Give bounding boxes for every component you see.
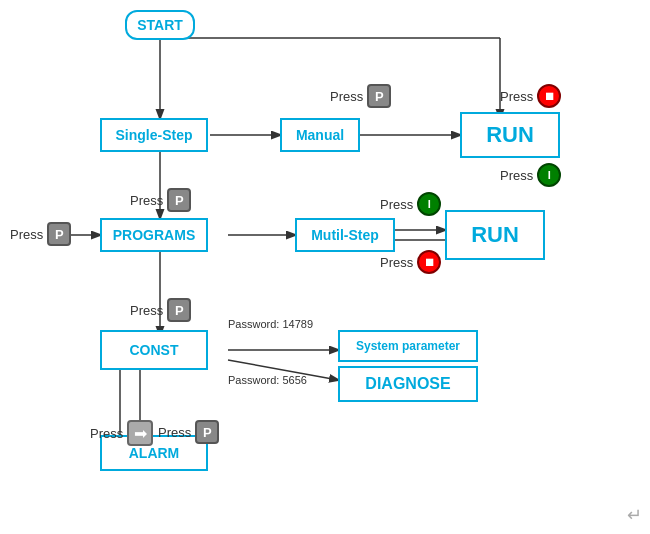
- press-green-top-label: Press: [500, 168, 533, 183]
- run-mid-node: RUN: [445, 210, 545, 260]
- press-p-far-left-label: Press: [10, 227, 43, 242]
- start-node: START: [125, 10, 195, 40]
- single-step-node: Single-Step: [100, 118, 208, 152]
- system-param-label: System parameter: [356, 339, 460, 353]
- run-mid-label: RUN: [471, 222, 519, 248]
- alarm-label: ALARM: [129, 445, 180, 461]
- press-red-mid-label: Press: [380, 255, 413, 270]
- press-green-top: Press I: [500, 163, 561, 187]
- p-button-programs[interactable]: P: [167, 188, 191, 212]
- const-label: CONST: [130, 342, 179, 358]
- return-icon: ↵: [627, 504, 642, 526]
- p-button-const[interactable]: P: [167, 298, 191, 322]
- press-p-alarm-label: Press: [158, 425, 191, 440]
- play-button-mid[interactable]: I: [417, 192, 441, 216]
- run-top-node: RUN: [460, 112, 560, 158]
- press-arrow-alarm: Press ➡: [90, 420, 153, 446]
- programs-label: PROGRAMS: [113, 227, 195, 243]
- password-1-label: Password: 14789: [228, 318, 313, 330]
- press-green-mid: Press I: [380, 192, 441, 216]
- programs-node: PROGRAMS: [100, 218, 208, 252]
- password-2: Password: 5656: [228, 374, 307, 386]
- multi-step-node: Mutil-Step: [295, 218, 395, 252]
- play-button-top[interactable]: I: [537, 163, 561, 187]
- const-node: CONST: [100, 330, 208, 370]
- press-p-const-label: Press: [130, 303, 163, 318]
- press-p-const: Press P: [130, 298, 191, 322]
- p-button-alarm[interactable]: P: [195, 420, 219, 444]
- press-p-top: Press P: [330, 84, 391, 108]
- run-top-label: RUN: [486, 122, 534, 148]
- manual-label: Manual: [296, 127, 344, 143]
- system-param-node: System parameter: [338, 330, 478, 362]
- p-button-top[interactable]: P: [367, 84, 391, 108]
- multi-step-label: Mutil-Step: [311, 227, 379, 243]
- diagram-lines: [0, 0, 650, 534]
- press-p-programs: Press P: [130, 188, 191, 212]
- p-button-far-left[interactable]: P: [47, 222, 71, 246]
- diagram-canvas: START Single-Step Manual RUN Press P Pre…: [0, 0, 650, 534]
- press-p-alarm: Press P: [158, 420, 219, 444]
- press-arrow-label: Press: [90, 426, 123, 441]
- arrow-button-alarm[interactable]: ➡: [127, 420, 153, 446]
- manual-node: Manual: [280, 118, 360, 152]
- press-green-mid-label: Press: [380, 197, 413, 212]
- start-label: START: [137, 17, 183, 33]
- diagnose-node: DIAGNOSE: [338, 366, 478, 402]
- password-1: Password: 14789: [228, 318, 313, 330]
- password-2-label: Password: 5656: [228, 374, 307, 386]
- press-red-mid: Press ⏹: [380, 250, 441, 274]
- press-p-top-label: Press: [330, 89, 363, 104]
- stop-button-mid[interactable]: ⏹: [417, 250, 441, 274]
- single-step-label: Single-Step: [115, 127, 192, 143]
- press-red-top: Press ⏹: [500, 84, 561, 108]
- stop-button-top[interactable]: ⏹: [537, 84, 561, 108]
- press-p-programs-label: Press: [130, 193, 163, 208]
- diagnose-label: DIAGNOSE: [365, 375, 450, 393]
- press-p-far-left: Press P: [10, 222, 71, 246]
- press-red-top-label: Press: [500, 89, 533, 104]
